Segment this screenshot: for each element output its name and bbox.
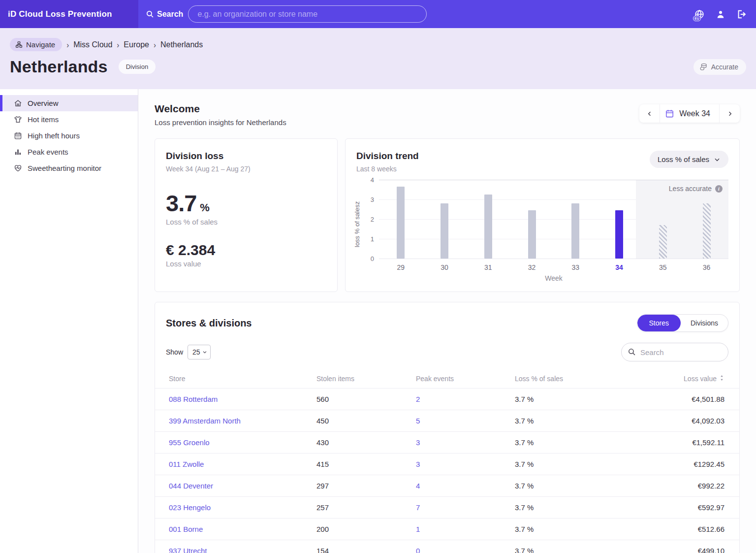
trend-bar-week-29 — [397, 187, 405, 259]
sidebar-item-high-theft-hours[interactable]: High theft hours — [0, 128, 138, 144]
toggle-divisions[interactable]: Divisions — [681, 315, 728, 331]
app-title: iD Cloud Loss Prevention — [0, 0, 138, 28]
column-stolen-items: Stolen items — [316, 375, 416, 383]
metric-dropdown[interactable]: Loss % of sales — [650, 151, 728, 168]
navigate-button[interactable]: Navigate — [10, 38, 62, 51]
top-bar: iD Cloud Loss Prevention Search EU — [0, 0, 756, 28]
y-tick-label: 1 — [371, 235, 374, 243]
division-loss-card: Division loss Week 34 (Aug 21 – Aug 27) … — [155, 138, 338, 292]
store-link[interactable]: 011 Zwolle — [169, 460, 316, 468]
search-icon — [146, 10, 154, 18]
logout-icon[interactable] — [736, 9, 747, 20]
welcome-subtitle: Loss prevention insights for Netherlands — [155, 118, 286, 127]
trend-bar-week-36 — [703, 203, 711, 259]
sort-icon — [719, 375, 724, 383]
x-tick-label: 29 — [379, 263, 423, 271]
trend-bar-week-34 — [615, 210, 623, 259]
loss-pct-cell: 3.7 % — [515, 395, 629, 403]
sidebar-item-hot-items[interactable]: Hot items — [0, 111, 138, 128]
global-search-input[interactable] — [188, 5, 427, 23]
store-link[interactable]: 955 Groenlo — [169, 438, 316, 447]
division-badge: Division — [119, 60, 156, 74]
store-link[interactable]: 044 Deventer — [169, 482, 316, 490]
breadcrumb-separator: › — [66, 40, 69, 50]
show-label: Show — [166, 348, 183, 356]
chart-x-axis-label: Week — [379, 274, 728, 282]
stolen-items-cell: 257 — [316, 503, 416, 512]
loss-pct-cell: 3.7 % — [515, 525, 629, 533]
store-link[interactable]: 399 Amsterdam North — [169, 417, 316, 425]
breadcrumb-item[interactable]: Miss Cloud — [73, 40, 112, 49]
stolen-items-cell: 430 — [316, 438, 416, 447]
shirt-icon — [14, 115, 22, 124]
welcome-title: Welcome — [155, 103, 286, 115]
previous-week-button[interactable] — [639, 104, 660, 123]
loss-percent-label: Loss % of sales — [166, 218, 326, 226]
table-row: 399 Amsterdam North45053.7 %€4,092.03 — [155, 410, 739, 431]
toggle-stores[interactable]: Stores — [637, 315, 681, 331]
peak-events-link[interactable]: 0 — [416, 547, 515, 553]
home-icon — [14, 99, 22, 107]
x-tick-label: 33 — [554, 263, 598, 271]
chart-y-axis-label: loss % of salesz — [353, 185, 361, 263]
gridline — [379, 259, 728, 259]
globe-eu-icon[interactable]: EU — [694, 9, 705, 20]
search-icon — [628, 348, 636, 358]
trend-bar-week-30 — [441, 203, 448, 259]
table-row: 011 Zwolle41533.7 %€1292.45 — [155, 453, 739, 475]
sidebar-item-overview[interactable]: Overview — [0, 95, 138, 111]
store-link[interactable]: 937 Utrecht — [169, 547, 316, 553]
trend-bar-week-33 — [571, 203, 579, 259]
loss-pct-cell: 3.7 % — [515, 460, 629, 468]
y-tick-label: 3 — [371, 196, 374, 203]
loss-value-cell: €1,592.11 — [629, 438, 724, 447]
page-title: Netherlands — [10, 57, 108, 76]
x-tick-label: 30 — [423, 263, 467, 271]
next-week-button[interactable] — [720, 104, 740, 123]
sidebar-item-peak-events[interactable]: Peak events — [0, 144, 138, 160]
column-store: Store — [169, 375, 316, 383]
week-picker[interactable]: Week 34 — [660, 104, 720, 123]
trend-bar-week-31 — [484, 195, 492, 259]
sidebar-item-sweethearting-monitor[interactable]: Sweethearting monitor — [0, 160, 138, 176]
loss-pct-cell: 3.7 % — [515, 503, 629, 512]
y-tick-label: 2 — [371, 216, 374, 223]
trend-bar-week-32 — [528, 210, 536, 259]
loss-pct-cell: 3.7 % — [515, 547, 629, 553]
column-peak-events: Peak events — [416, 375, 515, 383]
store-link[interactable]: 001 Borne — [169, 525, 316, 533]
peak-events-link[interactable]: 2 — [416, 395, 515, 403]
column-loss-value-sort[interactable]: Loss value — [629, 375, 724, 383]
breadcrumb-item[interactable]: Europe — [124, 40, 149, 49]
stolen-items-cell: 450 — [316, 417, 416, 425]
accuracy-indicator[interactable]: Accurate — [693, 59, 746, 75]
table-header-row: Store Stolen items Peak events Loss % of… — [155, 369, 739, 388]
peak-events-link[interactable]: 3 — [416, 460, 515, 468]
loss-value-cell: €992.22 — [629, 482, 724, 490]
breadcrumb-item[interactable]: Netherlands — [160, 40, 203, 49]
peak-events-link[interactable]: 4 — [416, 482, 515, 490]
sidebar: Overview Hot items High theft hours Peak… — [0, 89, 138, 553]
store-link[interactable]: 023 Hengelo — [169, 503, 316, 512]
user-icon[interactable] — [716, 9, 725, 19]
table-search-input[interactable] — [621, 343, 728, 361]
division-trend-subtitle: Last 8 weeks — [356, 165, 419, 173]
peak-events-link[interactable]: 7 — [416, 503, 515, 512]
table-row: 023 Hengelo25773.7 %€592.97 — [155, 496, 739, 518]
peak-events-link[interactable]: 3 — [416, 438, 515, 447]
sitemap-icon — [15, 41, 23, 48]
bar-chart-icon — [14, 148, 22, 156]
week-selector: Week 34 — [639, 104, 740, 123]
table-row: 088 Rotterdam56023.7 %€4,501.88 — [155, 388, 739, 410]
peak-events-link[interactable]: 5 — [416, 417, 515, 425]
page-size-select[interactable]: 25 — [188, 345, 211, 359]
week-label: Week 34 — [679, 109, 710, 118]
stores-divisions-card: Stores & divisions Stores Divisions Show… — [155, 302, 740, 553]
store-link[interactable]: 088 Rotterdam — [169, 395, 316, 403]
division-loss-period: Week 34 (Aug 21 – Aug 27) — [166, 165, 326, 173]
peak-events-link[interactable]: 1 — [416, 525, 515, 533]
loss-value-label: Loss value — [166, 260, 326, 268]
breadcrumb-separator: › — [154, 40, 156, 50]
main-content: Welcome Loss prevention insights for Net… — [138, 89, 756, 553]
table-row: 955 Groenlo43033.7 %€1,592.11 — [155, 431, 739, 453]
